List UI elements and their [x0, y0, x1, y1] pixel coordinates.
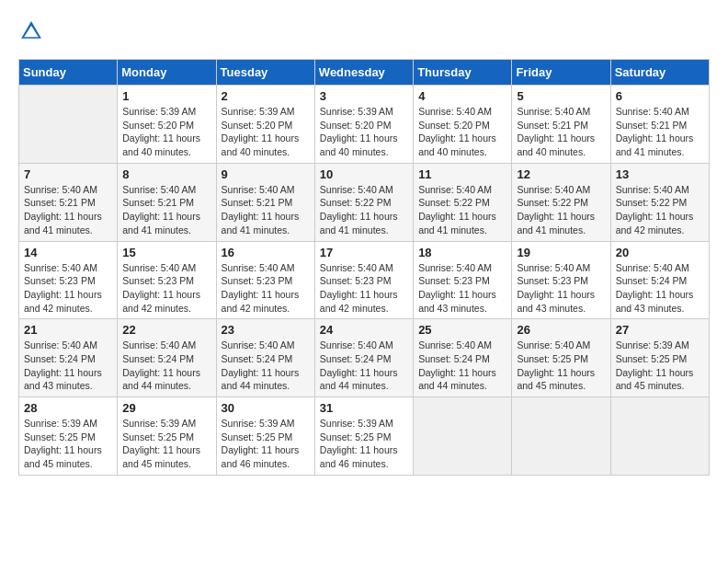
- day-number: 5: [517, 89, 605, 103]
- day-cell: [610, 397, 709, 476]
- day-info: Sunrise: 5:40 AMSunset: 5:24 PMDaylight:…: [320, 339, 408, 393]
- col-header-saturday: Saturday: [610, 60, 709, 86]
- day-cell: 23Sunrise: 5:40 AMSunset: 5:24 PMDayligh…: [216, 319, 314, 397]
- day-info: Sunrise: 5:40 AMSunset: 5:23 PMDaylight:…: [122, 261, 210, 316]
- day-cell: 14Sunrise: 5:40 AMSunset: 5:23 PMDayligh…: [19, 241, 118, 319]
- day-cell: 2Sunrise: 5:39 AMSunset: 5:20 PMDaylight…: [216, 86, 314, 164]
- day-number: 11: [418, 167, 506, 181]
- day-cell: 5Sunrise: 5:40 AMSunset: 5:21 PMDaylight…: [512, 86, 610, 164]
- day-cell: 31Sunrise: 5:39 AMSunset: 5:25 PMDayligh…: [314, 397, 413, 476]
- day-number: 6: [616, 89, 704, 103]
- day-cell: [19, 86, 118, 164]
- day-cell: 16Sunrise: 5:40 AMSunset: 5:23 PMDayligh…: [216, 241, 314, 319]
- day-cell: 27Sunrise: 5:39 AMSunset: 5:25 PMDayligh…: [610, 319, 709, 397]
- day-number: 20: [616, 246, 704, 259]
- page-header: [18, 18, 710, 44]
- day-number: 14: [24, 246, 112, 259]
- col-header-sunday: Sunday: [19, 60, 118, 86]
- day-cell: 6Sunrise: 5:40 AMSunset: 5:21 PMDaylight…: [610, 86, 709, 164]
- col-header-thursday: Thursday: [414, 60, 512, 86]
- col-header-friday: Friday: [512, 60, 610, 86]
- week-row-1: 1Sunrise: 5:39 AMSunset: 5:20 PMDaylight…: [19, 86, 710, 164]
- day-number: 27: [616, 323, 704, 337]
- day-info: Sunrise: 5:40 AMSunset: 5:21 PMDaylight:…: [517, 105, 605, 159]
- day-cell: 7Sunrise: 5:40 AMSunset: 5:21 PMDaylight…: [19, 163, 118, 241]
- day-number: 29: [122, 401, 210, 415]
- day-number: 28: [24, 401, 112, 415]
- week-row-4: 21Sunrise: 5:40 AMSunset: 5:24 PMDayligh…: [19, 319, 710, 397]
- day-number: 25: [418, 323, 506, 337]
- day-number: 19: [517, 246, 605, 259]
- day-number: 24: [320, 323, 408, 337]
- day-info: Sunrise: 5:39 AMSunset: 5:25 PMDaylight:…: [122, 417, 210, 471]
- day-info: Sunrise: 5:40 AMSunset: 5:22 PMDaylight:…: [517, 183, 605, 237]
- day-info: Sunrise: 5:39 AMSunset: 5:20 PMDaylight:…: [222, 105, 310, 159]
- day-info: Sunrise: 5:39 AMSunset: 5:25 PMDaylight:…: [320, 417, 408, 471]
- day-number: 15: [122, 246, 210, 259]
- day-cell: 12Sunrise: 5:40 AMSunset: 5:22 PMDayligh…: [512, 163, 610, 241]
- day-number: 8: [122, 167, 210, 181]
- day-number: 16: [222, 246, 310, 259]
- week-row-2: 7Sunrise: 5:40 AMSunset: 5:21 PMDaylight…: [19, 163, 710, 241]
- header-row: SundayMondayTuesdayWednesdayThursdayFrid…: [19, 60, 710, 86]
- day-number: 31: [320, 401, 408, 415]
- day-number: 4: [418, 89, 506, 103]
- day-cell: 11Sunrise: 5:40 AMSunset: 5:22 PMDayligh…: [414, 163, 512, 241]
- day-info: Sunrise: 5:40 AMSunset: 5:21 PMDaylight:…: [24, 183, 112, 237]
- day-cell: 21Sunrise: 5:40 AMSunset: 5:24 PMDayligh…: [19, 319, 118, 397]
- col-header-monday: Monday: [118, 60, 216, 86]
- day-number: 23: [222, 323, 310, 337]
- day-cell: 3Sunrise: 5:39 AMSunset: 5:20 PMDaylight…: [314, 86, 413, 164]
- day-number: 30: [222, 401, 310, 415]
- logo-icon: [18, 18, 44, 44]
- day-number: 18: [418, 246, 506, 259]
- col-header-wednesday: Wednesday: [314, 60, 413, 86]
- day-info: Sunrise: 5:39 AMSunset: 5:20 PMDaylight:…: [320, 105, 408, 159]
- day-cell: 17Sunrise: 5:40 AMSunset: 5:23 PMDayligh…: [314, 241, 413, 319]
- calendar-table: SundayMondayTuesdayWednesdayThursdayFrid…: [18, 59, 710, 476]
- day-info: Sunrise: 5:39 AMSunset: 5:25 PMDaylight:…: [616, 339, 704, 393]
- day-cell: [512, 397, 610, 476]
- day-number: 12: [517, 167, 605, 181]
- day-cell: 28Sunrise: 5:39 AMSunset: 5:25 PMDayligh…: [19, 397, 118, 476]
- day-info: Sunrise: 5:40 AMSunset: 5:23 PMDaylight:…: [24, 261, 112, 316]
- logo: [18, 18, 48, 44]
- day-number: 9: [222, 167, 310, 181]
- day-info: Sunrise: 5:40 AMSunset: 5:20 PMDaylight:…: [418, 105, 506, 159]
- day-info: Sunrise: 5:40 AMSunset: 5:24 PMDaylight:…: [418, 339, 506, 393]
- day-number: 2: [222, 89, 310, 103]
- day-cell: 13Sunrise: 5:40 AMSunset: 5:22 PMDayligh…: [610, 163, 709, 241]
- day-info: Sunrise: 5:40 AMSunset: 5:24 PMDaylight:…: [24, 339, 112, 393]
- day-cell: 20Sunrise: 5:40 AMSunset: 5:24 PMDayligh…: [610, 241, 709, 319]
- day-info: Sunrise: 5:40 AMSunset: 5:21 PMDaylight:…: [616, 105, 704, 159]
- day-cell: 1Sunrise: 5:39 AMSunset: 5:20 PMDaylight…: [118, 86, 216, 164]
- day-number: 22: [122, 323, 210, 337]
- day-info: Sunrise: 5:40 AMSunset: 5:24 PMDaylight:…: [222, 339, 310, 393]
- day-info: Sunrise: 5:40 AMSunset: 5:22 PMDaylight:…: [320, 183, 408, 237]
- day-number: 10: [320, 167, 408, 181]
- day-number: 26: [517, 323, 605, 337]
- day-info: Sunrise: 5:40 AMSunset: 5:24 PMDaylight:…: [122, 339, 210, 393]
- day-cell: 15Sunrise: 5:40 AMSunset: 5:23 PMDayligh…: [118, 241, 216, 319]
- day-info: Sunrise: 5:40 AMSunset: 5:24 PMDaylight:…: [616, 261, 704, 316]
- day-cell: 22Sunrise: 5:40 AMSunset: 5:24 PMDayligh…: [118, 319, 216, 397]
- day-info: Sunrise: 5:40 AMSunset: 5:21 PMDaylight:…: [122, 183, 210, 237]
- day-cell: 10Sunrise: 5:40 AMSunset: 5:22 PMDayligh…: [314, 163, 413, 241]
- col-header-tuesday: Tuesday: [216, 60, 314, 86]
- day-cell: 8Sunrise: 5:40 AMSunset: 5:21 PMDaylight…: [118, 163, 216, 241]
- week-row-3: 14Sunrise: 5:40 AMSunset: 5:23 PMDayligh…: [19, 241, 710, 319]
- day-info: Sunrise: 5:40 AMSunset: 5:23 PMDaylight:…: [222, 261, 310, 316]
- day-info: Sunrise: 5:40 AMSunset: 5:21 PMDaylight:…: [222, 183, 310, 237]
- day-info: Sunrise: 5:40 AMSunset: 5:22 PMDaylight:…: [418, 183, 506, 237]
- day-cell: 29Sunrise: 5:39 AMSunset: 5:25 PMDayligh…: [118, 397, 216, 476]
- week-row-5: 28Sunrise: 5:39 AMSunset: 5:25 PMDayligh…: [19, 397, 710, 476]
- day-number: 17: [320, 246, 408, 259]
- day-info: Sunrise: 5:40 AMSunset: 5:23 PMDaylight:…: [418, 261, 506, 316]
- day-cell: 9Sunrise: 5:40 AMSunset: 5:21 PMDaylight…: [216, 163, 314, 241]
- day-info: Sunrise: 5:39 AMSunset: 5:20 PMDaylight:…: [122, 105, 210, 159]
- day-number: 21: [24, 323, 112, 337]
- day-cell: 24Sunrise: 5:40 AMSunset: 5:24 PMDayligh…: [314, 319, 413, 397]
- day-info: Sunrise: 5:40 AMSunset: 5:22 PMDaylight:…: [616, 183, 704, 237]
- day-info: Sunrise: 5:40 AMSunset: 5:23 PMDaylight:…: [320, 261, 408, 316]
- day-info: Sunrise: 5:40 AMSunset: 5:25 PMDaylight:…: [517, 339, 605, 393]
